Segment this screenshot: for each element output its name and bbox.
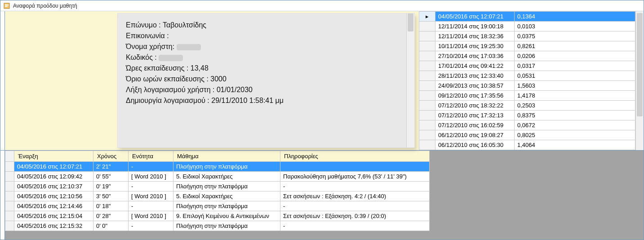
table-row[interactable]: 10/11/2014 στις 19:25:300,8261 — [419, 41, 635, 51]
info-scroll-thumb[interactable] — [408, 13, 413, 31]
table-row[interactable]: 04/05/2016 στις 12:07:212' 21"-Πλοήγηση … — [5, 162, 430, 172]
row-header[interactable] — [419, 41, 435, 51]
session-value: 1,4178 — [515, 91, 635, 101]
row-header[interactable] — [419, 101, 435, 111]
table-row[interactable]: 04/05/2016 στις 12:10:370' 19"-Πλοήγηση … — [5, 182, 430, 191]
activity-lesson: 9. Επιλογή Κειμένου & Αντικειμένων — [173, 211, 280, 221]
sessions-scrollbar[interactable] — [635, 11, 644, 150]
table-row[interactable]: 07/12/2010 στις 16:02:590,0672 — [419, 120, 635, 130]
row-header[interactable] — [5, 201, 14, 211]
session-timestamp: 28/11/2013 στις 12:33:40 — [435, 71, 515, 81]
sessions-grid[interactable]: ▸04/05/2016 στις 12:07:210,136412/11/201… — [419, 11, 635, 150]
session-timestamp: 27/10/2014 στις 17:03:36 — [435, 51, 515, 61]
activity-lesson: Πλοήγηση στην πλατφόρμα — [173, 201, 280, 211]
table-row[interactable]: 27/10/2014 στις 17:03:360,0206 — [419, 51, 635, 61]
student-info-card[interactable]: Επώνυμο : Ταβουλτσίδης Επικοινωνία : Όνο… — [117, 13, 415, 148]
activity-time: 0' 0" — [93, 221, 129, 231]
table-row[interactable]: 24/09/2013 στις 10:38:571,5603 — [419, 81, 635, 91]
table-row[interactable]: 04/05/2016 στις 12:15:320' 0"-Πλοήγηση σ… — [5, 221, 430, 231]
session-value: 1,4064 — [515, 140, 635, 150]
svg-rect-1 — [5, 4, 9, 5]
activity-lesson: Πλοήγηση στην πλατφόρμα — [173, 221, 280, 231]
row-header[interactable] — [419, 22, 435, 31]
activity-col-rowhead[interactable] — [5, 151, 14, 162]
session-value: 0,0672 — [515, 120, 635, 130]
activity-info: - — [280, 201, 430, 211]
activity-time: 0' 19" — [93, 182, 129, 191]
session-value: 1,5603 — [515, 81, 635, 91]
info-contact: Επικοινωνία : — [126, 31, 406, 41]
row-header[interactable] — [5, 221, 14, 231]
info-expiry: Λήξη λογαριασμού χρήστη : 01/01/2030 — [126, 84, 406, 95]
activity-time: 0' 55" — [93, 172, 129, 182]
row-header[interactable] — [5, 172, 14, 182]
session-value: 0,0317 — [515, 61, 635, 71]
row-header[interactable] — [5, 211, 14, 221]
sessions-scroll-thumb[interactable] — [637, 13, 643, 116]
session-timestamp: 12/11/2014 στις 18:32:36 — [435, 31, 515, 41]
activity-col-time[interactable]: Χρόνος — [93, 151, 129, 162]
table-row[interactable]: 04/05/2016 στις 12:15:040' 28"[ Word 201… — [5, 211, 430, 221]
session-value: 0,8025 — [515, 130, 635, 140]
row-header[interactable] — [5, 191, 14, 201]
svg-rect-2 — [5, 6, 8, 7]
row-header[interactable] — [419, 51, 435, 61]
table-row[interactable]: 07/12/2010 στις 18:32:220,2503 — [419, 101, 635, 111]
table-row[interactable]: 04/05/2016 στις 12:10:563' 50"[ Word 201… — [5, 191, 430, 201]
activity-unit: [ Word 2010 ] — [129, 191, 173, 201]
activity-lesson: Πλοήγηση στην πλατφόρμα — [173, 182, 280, 191]
info-area: Επώνυμο : Ταβουλτσίδης Επικοινωνία : Όνο… — [5, 11, 419, 150]
window: Αναφορά προόδου μαθητή Επώνυμο : Ταβουλτ… — [0, 0, 644, 240]
row-header[interactable] — [419, 130, 435, 140]
activity-start: 04/05/2016 στις 12:15:04 — [14, 211, 93, 221]
table-row[interactable]: 07/12/2010 στις 17:32:130,8375 — [419, 111, 635, 120]
info-hours-limit: Όριο ωρών εκπαίδευσης : 3000 — [126, 74, 406, 84]
activity-info: - — [280, 182, 430, 191]
activity-col-unit[interactable]: Ενότητα — [129, 151, 173, 162]
row-header[interactable] — [419, 61, 435, 71]
activity-col-info[interactable]: Πληροφορίες — [280, 151, 430, 162]
table-row[interactable]: 28/11/2013 στις 12:33:400,0531 — [419, 71, 635, 81]
row-header[interactable] — [419, 140, 435, 150]
session-timestamp: 24/09/2013 στις 10:38:57 — [435, 81, 515, 91]
activity-col-lesson[interactable]: Μάθημα — [173, 151, 280, 162]
info-margin — [5, 11, 117, 150]
row-header[interactable] — [419, 111, 435, 120]
table-row[interactable]: 12/11/2014 στις 19:00:180,0103 — [419, 22, 635, 31]
table-row[interactable]: 09/12/2010 στις 17:35:561,4178 — [419, 91, 635, 101]
table-row[interactable]: 06/12/2010 στις 19:08:270,8025 — [419, 130, 635, 140]
activity-info: Σετ ασκήσεων : Εξάσκηση. 4:2 / (14:40) — [280, 191, 430, 201]
activity-start: 04/05/2016 στις 12:07:21 — [14, 162, 93, 172]
activity-table[interactable]: Έναρξη Χρόνος Ενότητα Μάθημα Πληροφορίες… — [5, 151, 430, 231]
table-row[interactable]: 04/05/2016 στις 12:14:460' 18"-Πλοήγηση … — [5, 201, 430, 211]
row-header[interactable] — [5, 162, 14, 172]
table-row[interactable]: 06/12/2010 στις 16:05:301,4064 — [419, 140, 635, 150]
row-header[interactable] — [5, 182, 14, 191]
titlebar: Αναφορά προόδου μαθητή — [0, 0, 644, 11]
sessions-table[interactable]: ▸04/05/2016 στις 12:07:210,136412/11/201… — [419, 11, 635, 150]
row-header[interactable]: ▸ — [419, 12, 435, 22]
session-timestamp: 12/11/2014 στις 19:00:18 — [435, 22, 515, 31]
info-scrollbar[interactable] — [406, 13, 414, 147]
row-header[interactable] — [419, 31, 435, 41]
table-row[interactable]: 12/11/2014 στις 18:32:360,0375 — [419, 31, 635, 41]
session-value: 0,0206 — [515, 51, 635, 61]
activity-start: 04/05/2016 στις 12:09:42 — [14, 172, 93, 182]
table-row[interactable]: ▸04/05/2016 στις 12:07:210,1364 — [419, 12, 635, 22]
activity-info — [280, 162, 430, 172]
table-row[interactable]: 04/05/2016 στις 12:09:420' 55"[ Word 201… — [5, 172, 430, 182]
session-value: 0,0375 — [515, 31, 635, 41]
row-header[interactable] — [419, 71, 435, 81]
table-row[interactable]: 17/01/2014 στις 09:41:220,0317 — [419, 61, 635, 71]
activity-time: 0' 28" — [93, 211, 129, 221]
session-timestamp: 10/11/2014 στις 19:25:30 — [435, 41, 515, 51]
row-header[interactable] — [419, 81, 435, 91]
activity-lesson: 5. Ειδικοί Χαρακτήρες — [173, 172, 280, 182]
activity-col-start[interactable]: Έναρξη — [14, 151, 93, 162]
activity-start: 04/05/2016 στις 12:15:32 — [14, 221, 93, 231]
row-header[interactable] — [419, 120, 435, 130]
redacted-password — [159, 55, 183, 61]
row-header[interactable] — [419, 91, 435, 101]
session-value: 0,1364 — [515, 12, 635, 22]
activity-grid[interactable]: Έναρξη Χρόνος Ενότητα Μάθημα Πληροφορίες… — [5, 151, 644, 240]
